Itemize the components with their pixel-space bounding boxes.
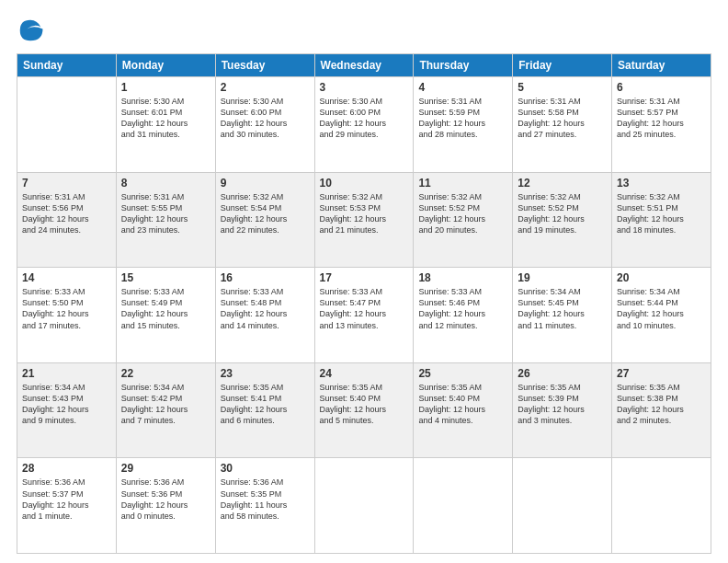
day-number: 28 — [22, 462, 111, 475]
day-info: Sunrise: 5:33 AM Sunset: 5:47 PM Dayligh… — [320, 286, 409, 331]
day-number: 16 — [221, 271, 310, 284]
calendar-cell: 30Sunrise: 5:36 AM Sunset: 5:35 PM Dayli… — [215, 458, 314, 554]
calendar-cell: 18Sunrise: 5:33 AM Sunset: 5:46 PM Dayli… — [414, 268, 513, 363]
day-number: 22 — [121, 367, 210, 380]
calendar-cell: 12Sunrise: 5:32 AM Sunset: 5:52 PM Dayli… — [513, 172, 612, 268]
day-number: 29 — [121, 462, 210, 475]
week-row-0: 1Sunrise: 5:30 AM Sunset: 6:01 PM Daylig… — [17, 77, 711, 173]
day-info: Sunrise: 5:32 AM Sunset: 5:53 PM Dayligh… — [320, 191, 409, 236]
day-info: Sunrise: 5:31 AM Sunset: 5:56 PM Dayligh… — [22, 191, 111, 236]
calendar-cell: 3Sunrise: 5:30 AM Sunset: 6:00 PM Daylig… — [314, 77, 414, 173]
day-number: 27 — [617, 367, 706, 380]
calendar-cell — [612, 458, 711, 554]
calendar-cell: 20Sunrise: 5:34 AM Sunset: 5:44 PM Dayli… — [612, 268, 711, 363]
week-row-3: 21Sunrise: 5:34 AM Sunset: 5:43 PM Dayli… — [17, 362, 711, 458]
day-number: 21 — [22, 367, 111, 380]
day-info: Sunrise: 5:30 AM Sunset: 6:01 PM Dayligh… — [121, 96, 210, 141]
header-cell-wednesday: Wednesday — [314, 54, 414, 77]
day-info: Sunrise: 5:31 AM Sunset: 5:55 PM Dayligh… — [121, 191, 210, 236]
calendar-cell: 13Sunrise: 5:32 AM Sunset: 5:51 PM Dayli… — [612, 172, 711, 268]
day-number: 9 — [221, 177, 310, 190]
calendar-cell: 24Sunrise: 5:35 AM Sunset: 5:40 PM Dayli… — [314, 362, 414, 458]
calendar-cell: 22Sunrise: 5:34 AM Sunset: 5:42 PM Dayli… — [116, 362, 215, 458]
page: SundayMondayTuesdayWednesdayThursdayFrid… — [0, 0, 728, 563]
day-number: 20 — [617, 271, 706, 284]
day-info: Sunrise: 5:30 AM Sunset: 6:00 PM Dayligh… — [221, 96, 310, 141]
header-cell-thursday: Thursday — [414, 54, 513, 77]
day-number: 6 — [617, 81, 706, 94]
day-info: Sunrise: 5:33 AM Sunset: 5:46 PM Dayligh… — [418, 286, 507, 331]
day-number: 12 — [518, 177, 607, 190]
day-number: 15 — [121, 271, 210, 284]
day-number: 13 — [617, 177, 706, 190]
day-number: 10 — [320, 177, 409, 190]
calendar-cell: 15Sunrise: 5:33 AM Sunset: 5:49 PM Dayli… — [116, 268, 215, 363]
header-cell-saturday: Saturday — [612, 54, 711, 77]
calendar-cell: 1Sunrise: 5:30 AM Sunset: 6:01 PM Daylig… — [116, 77, 215, 173]
day-info: Sunrise: 5:35 AM Sunset: 5:40 PM Dayligh… — [320, 382, 409, 427]
day-info: Sunrise: 5:31 AM Sunset: 5:58 PM Dayligh… — [518, 96, 607, 141]
calendar-cell: 26Sunrise: 5:35 AM Sunset: 5:39 PM Dayli… — [513, 362, 612, 458]
day-info: Sunrise: 5:32 AM Sunset: 5:52 PM Dayligh… — [418, 191, 507, 236]
day-info: Sunrise: 5:32 AM Sunset: 5:54 PM Dayligh… — [221, 191, 310, 236]
calendar-cell: 14Sunrise: 5:33 AM Sunset: 5:50 PM Dayli… — [17, 268, 117, 363]
day-info: Sunrise: 5:35 AM Sunset: 5:38 PM Dayligh… — [617, 382, 706, 427]
day-number: 11 — [418, 177, 507, 190]
calendar-cell: 27Sunrise: 5:35 AM Sunset: 5:38 PM Dayli… — [612, 362, 711, 458]
day-number: 26 — [518, 367, 607, 380]
day-info: Sunrise: 5:36 AM Sunset: 5:37 PM Dayligh… — [22, 477, 111, 522]
calendar-cell: 5Sunrise: 5:31 AM Sunset: 5:58 PM Daylig… — [513, 77, 612, 173]
day-info: Sunrise: 5:34 AM Sunset: 5:45 PM Dayligh… — [518, 286, 607, 331]
calendar-cell — [314, 458, 414, 554]
day-info: Sunrise: 5:35 AM Sunset: 5:40 PM Dayligh… — [418, 382, 507, 427]
calendar-cell: 25Sunrise: 5:35 AM Sunset: 5:40 PM Dayli… — [414, 362, 513, 458]
day-number: 30 — [221, 462, 310, 475]
day-number: 25 — [418, 367, 507, 380]
calendar-cell: 9Sunrise: 5:32 AM Sunset: 5:54 PM Daylig… — [215, 172, 314, 268]
calendar-cell: 10Sunrise: 5:32 AM Sunset: 5:53 PM Dayli… — [314, 172, 414, 268]
calendar-cell: 2Sunrise: 5:30 AM Sunset: 6:00 PM Daylig… — [215, 77, 314, 173]
calendar-cell: 17Sunrise: 5:33 AM Sunset: 5:47 PM Dayli… — [314, 268, 414, 363]
calendar-cell: 23Sunrise: 5:35 AM Sunset: 5:41 PM Dayli… — [215, 362, 314, 458]
calendar-cell — [513, 458, 612, 554]
day-number: 23 — [221, 367, 310, 380]
calendar-cell: 7Sunrise: 5:31 AM Sunset: 5:56 PM Daylig… — [17, 172, 117, 268]
day-number: 8 — [121, 177, 210, 190]
day-number: 7 — [22, 177, 111, 190]
day-info: Sunrise: 5:33 AM Sunset: 5:50 PM Dayligh… — [22, 286, 111, 331]
calendar-body: 1Sunrise: 5:30 AM Sunset: 6:01 PM Daylig… — [17, 77, 711, 554]
day-info: Sunrise: 5:36 AM Sunset: 5:36 PM Dayligh… — [121, 477, 210, 522]
calendar-cell: 4Sunrise: 5:31 AM Sunset: 5:59 PM Daylig… — [414, 77, 513, 173]
day-info: Sunrise: 5:36 AM Sunset: 5:35 PM Dayligh… — [221, 477, 310, 522]
header-cell-monday: Monday — [116, 54, 215, 77]
day-info: Sunrise: 5:31 AM Sunset: 5:59 PM Dayligh… — [418, 96, 507, 141]
week-row-4: 28Sunrise: 5:36 AM Sunset: 5:37 PM Dayli… — [17, 458, 711, 554]
calendar-cell: 29Sunrise: 5:36 AM Sunset: 5:36 PM Dayli… — [116, 458, 215, 554]
day-info: Sunrise: 5:34 AM Sunset: 5:42 PM Dayligh… — [121, 382, 210, 427]
day-number: 1 — [121, 81, 210, 94]
day-info: Sunrise: 5:35 AM Sunset: 5:41 PM Dayligh… — [221, 382, 310, 427]
day-info: Sunrise: 5:33 AM Sunset: 5:49 PM Dayligh… — [121, 286, 210, 331]
week-row-2: 14Sunrise: 5:33 AM Sunset: 5:50 PM Dayli… — [17, 268, 711, 363]
calendar-cell: 8Sunrise: 5:31 AM Sunset: 5:55 PM Daylig… — [116, 172, 215, 268]
calendar-cell: 28Sunrise: 5:36 AM Sunset: 5:37 PM Dayli… — [17, 458, 117, 554]
calendar-cell: 11Sunrise: 5:32 AM Sunset: 5:52 PM Dayli… — [414, 172, 513, 268]
calendar-cell — [414, 458, 513, 554]
day-info: Sunrise: 5:30 AM Sunset: 6:00 PM Dayligh… — [320, 96, 409, 141]
calendar-cell: 19Sunrise: 5:34 AM Sunset: 5:45 PM Dayli… — [513, 268, 612, 363]
day-number: 5 — [518, 81, 607, 94]
calendar-cell: 21Sunrise: 5:34 AM Sunset: 5:43 PM Dayli… — [17, 362, 117, 458]
day-info: Sunrise: 5:33 AM Sunset: 5:48 PM Dayligh… — [221, 286, 310, 331]
header-cell-tuesday: Tuesday — [215, 54, 314, 77]
calendar-cell — [17, 77, 117, 173]
calendar-cell: 16Sunrise: 5:33 AM Sunset: 5:48 PM Dayli… — [215, 268, 314, 363]
day-number: 17 — [320, 271, 409, 284]
week-row-1: 7Sunrise: 5:31 AM Sunset: 5:56 PM Daylig… — [17, 172, 711, 268]
day-number: 4 — [418, 81, 507, 94]
header — [17, 17, 711, 44]
header-cell-friday: Friday — [513, 54, 612, 77]
day-number: 24 — [320, 367, 409, 380]
header-cell-sunday: Sunday — [17, 54, 117, 77]
day-info: Sunrise: 5:35 AM Sunset: 5:39 PM Dayligh… — [518, 382, 607, 427]
day-info: Sunrise: 5:34 AM Sunset: 5:44 PM Dayligh… — [617, 286, 706, 331]
